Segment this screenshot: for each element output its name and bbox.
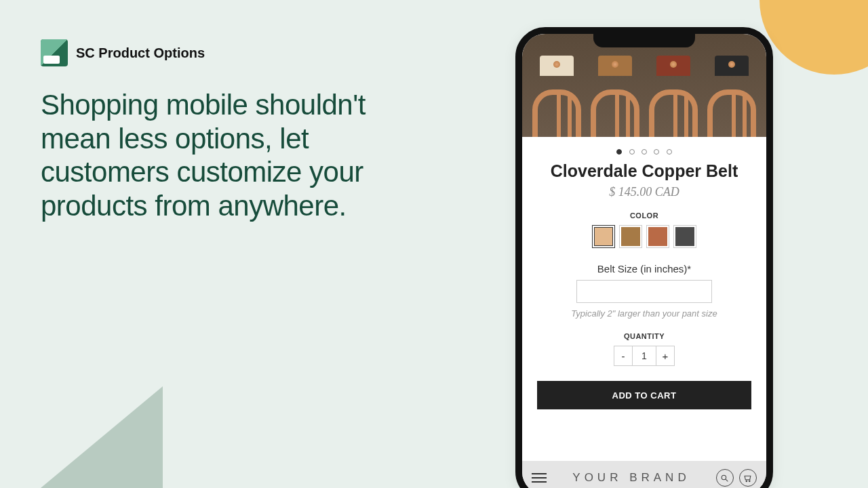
color-swatch[interactable]: [592, 225, 615, 248]
svg-line-1: [726, 479, 728, 481]
color-swatch[interactable]: [646, 225, 669, 248]
store-brand: YOUR BRAND: [572, 471, 690, 485]
marketing-headline: Shopping mobile shouldn't mean less opti…: [41, 88, 434, 222]
svg-point-2: [747, 481, 748, 482]
product-hero-image[interactable]: [522, 34, 766, 137]
quantity-decrease-button[interactable]: -: [614, 346, 633, 366]
app-name: SC Product Options: [76, 45, 205, 61]
quantity-label: QUANTITY: [534, 332, 754, 340]
carousel-dot[interactable]: [642, 149, 647, 155]
carousel-dot[interactable]: [667, 149, 672, 155]
product-title: Cloverdale Copper Belt: [534, 161, 754, 181]
color-swatch[interactable]: [619, 225, 642, 248]
carousel-dot[interactable]: [616, 149, 622, 155]
app-brand: SC Product Options: [41, 39, 205, 66]
belt-size-label: Belt Size (in inches)*: [534, 263, 754, 274]
store-footer: YOUR BRAND: [522, 461, 766, 488]
svg-point-0: [722, 475, 727, 480]
quantity-value: 1: [633, 346, 656, 366]
phone-mockup: Cloverdale Copper Belt $ 145.00 CAD COLO…: [515, 27, 773, 488]
decoration-triangle: [41, 386, 163, 488]
belt-size-input[interactable]: [576, 280, 712, 303]
search-icon[interactable]: [716, 469, 734, 487]
product-price: $ 145.00 CAD: [534, 185, 754, 199]
carousel-dot[interactable]: [654, 149, 659, 155]
add-to-cart-button[interactable]: ADD TO CART: [537, 381, 751, 409]
app-logo-icon: [41, 39, 68, 66]
decoration-circle: [760, 0, 868, 75]
quantity-stepper: - 1 +: [534, 346, 754, 366]
belt-size-hint: Typically 2" larger than your pant size: [534, 308, 754, 319]
carousel-dots[interactable]: [522, 137, 766, 161]
quantity-increase-button[interactable]: +: [656, 346, 675, 366]
color-option-label: COLOR: [534, 211, 754, 220]
carousel-dot[interactable]: [629, 149, 635, 155]
color-swatch[interactable]: [673, 225, 696, 248]
menu-icon[interactable]: [532, 473, 547, 483]
svg-point-3: [749, 481, 751, 482]
cart-icon[interactable]: [739, 469, 757, 487]
phone-notch: [593, 34, 695, 47]
color-swatches: [534, 225, 754, 248]
